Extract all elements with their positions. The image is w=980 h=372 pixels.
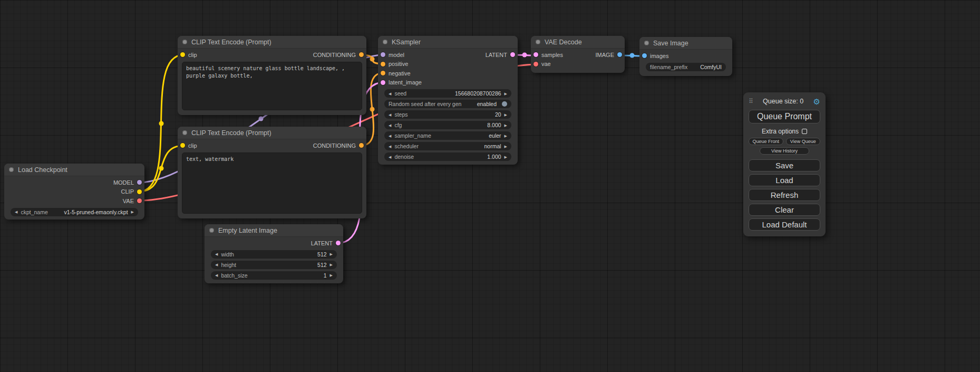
- node-clip-text-encode-negative[interactable]: CLIP Text Encode (Prompt) clip CONDITION…: [178, 127, 366, 218]
- latent-output-dot[interactable]: [336, 241, 341, 245]
- node-header[interactable]: VAE Decode: [531, 36, 625, 49]
- input-slot-clip[interactable]: clip: [178, 50, 197, 60]
- output-slot-latent[interactable]: LATENT: [486, 50, 518, 60]
- cfg-widget[interactable]: ◀ cfg 8.000 ▶: [384, 121, 511, 129]
- view-queue-button[interactable]: View Queue: [786, 138, 821, 145]
- node-header[interactable]: Empty Latent Image: [205, 224, 343, 237]
- output-slot-conditioning[interactable]: CONDITIONING: [313, 141, 366, 150]
- ckpt-name-widget[interactable]: ◀ ckpt_name v1-5-pruned-emaonly.ckpt ▶: [11, 208, 138, 216]
- increment-arrow-icon[interactable]: ▶: [504, 123, 507, 127]
- conditioning-output-dot[interactable]: [359, 143, 364, 148]
- scheduler-widget[interactable]: ◀ scheduler normal ▶: [384, 142, 511, 150]
- decrement-arrow-icon[interactable]: ◀: [389, 113, 391, 117]
- output-slot-vae[interactable]: VAE: [123, 196, 144, 206]
- collapse-dot-icon[interactable]: [536, 40, 540, 44]
- node-save-image[interactable]: Save Image images filename_prefix ComfyU…: [639, 37, 732, 76]
- denoise-widget[interactable]: ◀ denoise 1.000 ▶: [384, 152, 511, 161]
- vae-input-dot[interactable]: [533, 62, 538, 66]
- conditioning-input-dot[interactable]: [381, 71, 385, 75]
- node-load-checkpoint[interactable]: Load Checkpoint MODEL CLIP VAE ◀ ckpt_na…: [4, 164, 144, 220]
- width-widget[interactable]: ◀ width 512 ▶: [211, 250, 337, 259]
- collapse-dot-icon[interactable]: [644, 41, 649, 45]
- prompt-textarea[interactable]: text, watermark: [182, 152, 362, 214]
- increment-arrow-icon[interactable]: ▶: [330, 252, 333, 256]
- output-slot-latent[interactable]: LATENT: [311, 239, 343, 248]
- increment-arrow-icon[interactable]: ▶: [504, 145, 507, 148]
- extra-options-checkbox[interactable]: [802, 129, 807, 134]
- decrement-arrow-icon[interactable]: ◀: [389, 155, 391, 159]
- input-slot-negative[interactable]: negative: [378, 69, 411, 78]
- conditioning-output-dot[interactable]: [359, 52, 364, 57]
- load-button[interactable]: Load: [749, 174, 820, 186]
- refresh-button[interactable]: Refresh: [749, 189, 820, 201]
- batch-size-widget[interactable]: ◀ batch_size 1 ▶: [211, 271, 337, 280]
- collapse-dot-icon[interactable]: [182, 130, 187, 135]
- collapse-dot-icon[interactable]: [182, 40, 187, 44]
- clip-output-dot[interactable]: [137, 189, 142, 194]
- increment-arrow-icon[interactable]: ▶: [504, 134, 507, 138]
- increment-arrow-icon[interactable]: ▶: [131, 210, 134, 214]
- latent-input-dot[interactable]: [533, 52, 538, 57]
- decrement-arrow-icon[interactable]: ◀: [389, 123, 391, 127]
- node-header[interactable]: Save Image: [639, 37, 732, 50]
- decrement-arrow-icon[interactable]: ◀: [215, 252, 218, 256]
- random-seed-toggle-widget[interactable]: Random seed after every gen enabled: [384, 100, 511, 108]
- decrement-arrow-icon[interactable]: ◀: [215, 263, 218, 266]
- steps-widget[interactable]: ◀ steps 20 ▶: [384, 110, 511, 119]
- decrement-arrow-icon[interactable]: ◀: [389, 134, 391, 138]
- output-slot-model[interactable]: MODEL: [113, 178, 144, 187]
- sampler-name-widget[interactable]: ◀ sampler_name euler ▶: [384, 131, 511, 140]
- decrement-arrow-icon[interactable]: ◀: [389, 92, 391, 96]
- clip-input-dot[interactable]: [180, 143, 185, 148]
- queue-front-button[interactable]: Queue Front: [749, 138, 783, 145]
- vae-output-dot[interactable]: [137, 198, 142, 203]
- conditioning-input-dot[interactable]: [381, 62, 385, 66]
- latent-input-dot[interactable]: [381, 80, 385, 85]
- input-slot-clip[interactable]: clip: [178, 141, 197, 150]
- load-default-button[interactable]: Load Default: [749, 218, 820, 231]
- model-input-dot[interactable]: [381, 52, 385, 57]
- decrement-arrow-icon[interactable]: ◀: [215, 273, 218, 277]
- increment-arrow-icon[interactable]: ▶: [504, 155, 507, 159]
- increment-arrow-icon[interactable]: ▶: [330, 263, 333, 266]
- prompt-textarea[interactable]: beautiful scenery nature glass bottle la…: [182, 62, 362, 110]
- collapse-dot-icon[interactable]: [9, 167, 14, 172]
- node-header[interactable]: Load Checkpoint: [4, 164, 144, 176]
- decrement-arrow-icon[interactable]: ◀: [15, 210, 17, 214]
- input-slot-model[interactable]: model: [378, 50, 404, 60]
- seed-widget[interactable]: ◀ seed 156680208700286 ▶: [384, 89, 511, 98]
- clip-input-dot[interactable]: [180, 52, 185, 57]
- node-clip-text-encode-positive[interactable]: CLIP Text Encode (Prompt) clip CONDITION…: [178, 36, 366, 115]
- input-slot-samples[interactable]: samples: [531, 50, 563, 60]
- increment-arrow-icon[interactable]: ▶: [330, 273, 333, 277]
- node-ksampler[interactable]: KSampler model LATENT positive negative …: [378, 36, 518, 165]
- output-slot-clip[interactable]: CLIP: [121, 187, 144, 197]
- toggle-knob-icon[interactable]: [502, 101, 507, 107]
- image-input-dot[interactable]: [642, 53, 647, 58]
- output-slot-image[interactable]: IMAGE: [596, 50, 625, 60]
- latent-output-dot[interactable]: [510, 52, 515, 57]
- input-slot-latent-image[interactable]: latent_image: [378, 78, 422, 88]
- view-history-button[interactable]: View History: [760, 147, 809, 155]
- node-empty-latent-image[interactable]: Empty Latent Image LATENT ◀ width 512 ▶ …: [205, 224, 343, 283]
- decrement-arrow-icon[interactable]: ◀: [389, 145, 391, 148]
- node-header[interactable]: CLIP Text Encode (Prompt): [178, 36, 366, 49]
- drag-handle-icon[interactable]: ⠿: [749, 98, 753, 105]
- increment-arrow-icon[interactable]: ▶: [504, 113, 507, 117]
- height-widget[interactable]: ◀ height 512 ▶: [211, 261, 337, 269]
- save-button[interactable]: Save: [749, 159, 820, 171]
- collapse-dot-icon[interactable]: [209, 228, 214, 233]
- node-vae-decode[interactable]: VAE Decode samples IMAGE vae: [531, 36, 625, 73]
- output-slot-conditioning[interactable]: CONDITIONING: [313, 50, 366, 60]
- settings-gear-icon[interactable]: ⚙: [813, 98, 820, 106]
- collapse-dot-icon[interactable]: [383, 40, 387, 44]
- queue-prompt-button[interactable]: Queue Prompt: [749, 110, 820, 123]
- increment-arrow-icon[interactable]: ▶: [504, 92, 507, 96]
- model-output-dot[interactable]: [137, 180, 142, 185]
- input-slot-images[interactable]: images: [639, 51, 668, 61]
- node-header[interactable]: KSampler: [378, 36, 518, 49]
- image-output-dot[interactable]: [617, 52, 622, 57]
- input-slot-positive[interactable]: positive: [378, 60, 408, 69]
- input-slot-vae[interactable]: vae: [531, 60, 551, 69]
- clear-button[interactable]: Clear: [749, 204, 820, 216]
